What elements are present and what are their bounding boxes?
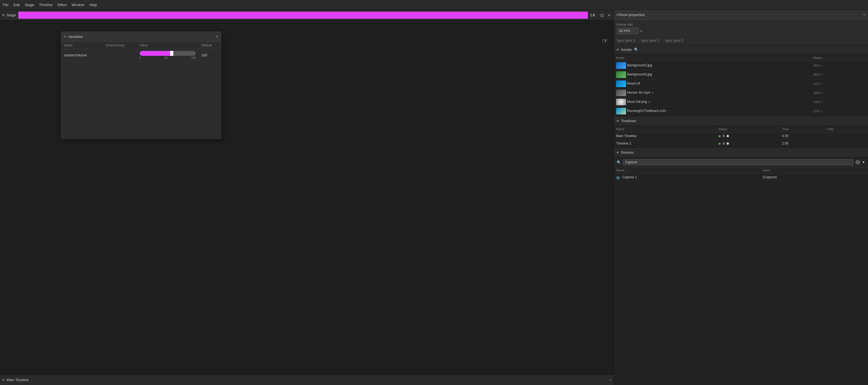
devices-dropdown-btn[interactable]: ▼ <box>862 160 865 164</box>
timelines-col-name: Name <box>614 126 716 132</box>
assets-header-row: Image Dimen... <box>614 55 868 61</box>
timeline-pause-btn[interactable]: ⏸ <box>722 141 725 146</box>
slider-label-mid: 50 <box>164 56 167 59</box>
timeline-pause-btn[interactable]: ⏸ <box>722 134 725 138</box>
menu-item-help[interactable]: Help <box>89 3 97 7</box>
device-host: (Capture) <box>761 173 868 181</box>
stage-close-btn[interactable]: × <box>607 12 611 18</box>
name-sort-icon[interactable]: ↓ <box>625 169 626 172</box>
timeline-row[interactable]: Main Timeline ▶ ⏸ ⏹ 0:35 <box>614 132 868 140</box>
right-panel: ≡ Show properties × Frame rate 60 FPS ▼ … <box>614 10 868 385</box>
timelines-panel: ≡ Timelines Name Status Time Play Main T… <box>614 116 868 147</box>
timeline-play-btn[interactable]: ▶ <box>719 134 721 138</box>
asset-name-cell: Beach.tif <box>614 79 811 89</box>
timeline-stop-btn[interactable]: ⏹ <box>726 141 730 146</box>
variable-name: masterVolume <box>61 49 103 61</box>
asset-row[interactable]: RunningOnTheBeach.m2v 1280 × <box>614 107 868 116</box>
stage-label: Stage <box>7 13 16 17</box>
host-sort-icon[interactable]: ↑ <box>770 169 771 172</box>
asset-name-cell: Background2.jpg <box>614 61 811 70</box>
slider-thumb[interactable] <box>170 51 174 56</box>
timelines-title: Timelines <box>621 119 636 123</box>
timeline-close-btn[interactable]: × <box>609 378 611 382</box>
main-timeline-bar: ≡ Main Timeline × <box>0 375 614 385</box>
variable-row-mastervolume: masterVolume 0 <box>61 49 221 61</box>
device-name: Capture 1 <box>622 175 637 179</box>
timelines-table: Name Status Time Play Main Timeline ▶ ⏸ … <box>614 126 868 147</box>
timelines-body: Main Timeline ▶ ⏸ ⏹ 0:35 Timeline 1 ▶ ⏸ … <box>614 132 868 147</box>
sync-points-row: Sync point X Sync point Y Sync point Z <box>614 37 868 44</box>
assets-title: Assets <box>621 47 632 52</box>
cursor-hand-icon: ☞ <box>602 37 608 45</box>
asset-row[interactable]: Horses 4K.mp4 ☆ 3840 × <box>614 89 868 98</box>
menu-item-window[interactable]: Window <box>72 3 84 7</box>
asset-name-cell: Horses 4K.mp4 ☆ <box>614 89 811 98</box>
devices-col-name: Name ↓ <box>614 167 761 173</box>
asset-row[interactable]: Background2.jpg 3552 × <box>614 61 868 70</box>
col-header-value: Value <box>137 42 198 49</box>
menu-item-file[interactable]: File <box>3 3 8 7</box>
variables-body: masterVolume 0 <box>61 49 221 61</box>
main-timeline-title: Main Timeline <box>7 378 29 382</box>
asset-name: Background2.jpg <box>627 63 652 67</box>
devices-header-row: Name ↓ Host ↑ <box>614 167 868 173</box>
asset-thumbnail <box>616 71 626 78</box>
stage-screen-icon[interactable]: ⊡ <box>599 12 605 18</box>
assets-col-image: Image <box>614 55 811 61</box>
variable-slider-container: 0 50 100 <box>140 51 196 59</box>
slider-labels: 0 50 100 <box>140 56 196 59</box>
timelines-col-time: Time <box>780 126 826 132</box>
timelines-col-play: Play <box>826 126 868 132</box>
slider-label-max: 100 <box>191 56 196 59</box>
col-header-default: Default <box>198 42 221 49</box>
show-properties-panel: ≡ Show properties × Frame rate 60 FPS ▼ … <box>614 10 868 45</box>
stage-canvas: ☞ ≡ Variables × Name External Key Value … <box>0 21 614 385</box>
assets-search-icon[interactable]: 🔍 <box>634 47 639 52</box>
assets-header: ≡ Assets 🔍 <box>614 45 868 55</box>
devices-search-input[interactable] <box>623 159 854 165</box>
asset-thumbnail <box>616 99 626 105</box>
variables-empty-body <box>61 61 221 139</box>
frame-rate-label: Frame rate <box>617 23 643 27</box>
menu-item-edit[interactable]: Edit <box>13 3 20 7</box>
timeline-name: Timeline 1 <box>614 140 716 147</box>
assets-panel: ≡ Assets 🔍 Image Dimen... Background2.jp… <box>614 45 868 116</box>
device-icon: 📺 <box>616 175 620 179</box>
variable-external-key <box>103 49 137 61</box>
asset-name: Background3.jpg <box>627 72 652 76</box>
devices-clear-btn[interactable]: × <box>855 160 860 165</box>
asset-name-cell: Moon full.png ☆ <box>614 98 811 107</box>
show-properties-close-btn[interactable]: × <box>863 13 865 17</box>
stage-top-bar: ≡ Stage 1:8 ⊡ × <box>0 10 614 21</box>
stage-hamburger-icon[interactable]: ≡ <box>2 13 4 17</box>
asset-row[interactable]: Moon full.png ☆ 1200 × <box>614 98 868 107</box>
asset-row[interactable]: Beach.tif 3752 × <box>614 79 868 89</box>
asset-thumbnail <box>616 62 626 69</box>
menu-item-timeline[interactable]: Timeline <box>39 3 53 7</box>
show-properties-body: Frame rate 60 FPS ▼ <box>614 20 868 37</box>
variable-slider-track[interactable] <box>140 51 196 56</box>
assets-hamburger-icon: ≡ <box>617 47 619 52</box>
frame-rate-dropdown-arrow[interactable]: ▼ <box>640 30 643 33</box>
timeline-row[interactable]: Timeline 1 ▶ ⏸ ⏹ 2:56 <box>614 140 868 147</box>
variables-title: Variables <box>68 35 83 39</box>
timeline-stop-btn[interactable]: ⏹ <box>726 134 730 138</box>
canvas-area: ≡ Stage 1:8 ⊡ × ☞ ≡ Variables × <box>0 10 614 385</box>
variables-close-btn[interactable]: × <box>216 34 218 39</box>
asset-row[interactable]: Background3.jpg 3552 × <box>614 70 868 79</box>
slider-fill <box>140 51 172 56</box>
variable-value-cell: 0 50 100 <box>137 49 198 61</box>
timeline-status: ▶ ⏸ ⏹ <box>716 140 780 147</box>
devices-header: ≡ Devices <box>614 148 868 158</box>
menu-item-stage[interactable]: Stage <box>25 3 34 7</box>
asset-dimensions: 3552 × <box>811 70 868 79</box>
variables-table: Name External Key Value Default masterVo… <box>61 42 221 61</box>
col-header-name: Name <box>61 42 103 49</box>
timeline-play-cell <box>826 132 868 140</box>
device-row[interactable]: 📺 Capture 1 (Capture) <box>614 173 868 181</box>
devices-search-icon: 🔍 <box>617 160 621 164</box>
menu-item-effect[interactable]: Effect <box>58 3 67 7</box>
frame-rate-value[interactable]: 60 FPS <box>617 28 639 34</box>
timeline-play-btn[interactable]: ▶ <box>719 141 721 146</box>
asset-name: Horses 4K.mp4 ☆ <box>627 91 654 95</box>
